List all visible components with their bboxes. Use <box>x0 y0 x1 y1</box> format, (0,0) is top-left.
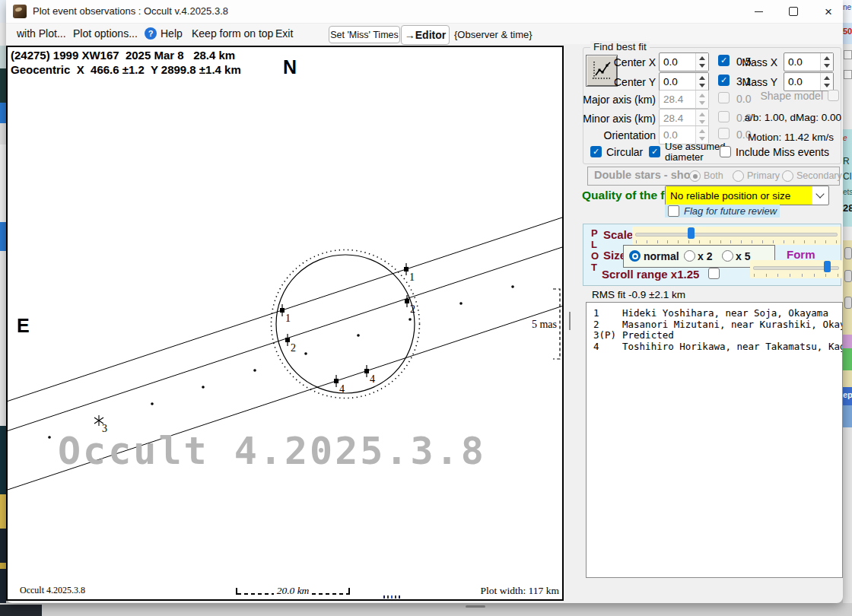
double-stars-both-label: Both <box>704 170 723 181</box>
size-x2-label: x 2 <box>698 250 712 262</box>
major-axis-cb-value: 0.0 <box>736 93 751 105</box>
scale-slider-thumb[interactable] <box>688 227 695 239</box>
spin-up-icon <box>699 129 705 133</box>
scale-bar-label: 20.0 km <box>277 586 310 595</box>
scroll-range-checkbox[interactable] <box>708 268 720 279</box>
minimize-button[interactable] <box>741 0 776 23</box>
include-miss-events-checkbox[interactable] <box>720 146 731 157</box>
bg-fragment <box>844 247 852 259</box>
list-item[interactable]: 2Masanori Mizutani, near Kurashiki, Okay <box>593 319 842 331</box>
menu-keep-form-on-top[interactable]: Keep form on top <box>192 27 273 40</box>
use-assumed-diameter-checkbox[interactable]: ✓ <box>649 146 660 157</box>
title-bar[interactable]: Plot event observations : Occult v.4.202… <box>6 0 843 24</box>
spin-up-icon[interactable] <box>824 56 830 60</box>
menu-with-plot[interactable]: with Plot... <box>17 27 66 40</box>
center-x-value[interactable]: 0.0 <box>660 56 695 68</box>
menu-help[interactable]: Help <box>161 27 183 40</box>
bg-text-fragment: 28 <box>843 202 852 214</box>
menu-exit[interactable]: Exit <box>275 27 293 40</box>
double-stars-secondary-label: Secondary <box>796 170 842 181</box>
bg-text-fragment: 50 <box>843 27 852 36</box>
mass-x-spinner[interactable]: 0.0 <box>784 52 834 71</box>
north-label: N <box>283 56 297 78</box>
editor-button[interactable]: →Editor <box>401 25 450 45</box>
menu-plot-options[interactable]: Plot options... <box>73 27 138 40</box>
flag-review-label: Flag for future review <box>684 205 777 217</box>
center-y-spinner[interactable]: 0.0 <box>659 72 709 91</box>
spinner-arrows[interactable] <box>820 53 833 71</box>
minimize-icon <box>755 11 763 12</box>
occultation-plot-area[interactable]: 11224435 mas (24275) 1999 XW167 2025 Mar… <box>6 46 564 601</box>
close-button[interactable]: × <box>811 0 846 23</box>
orientation-label: Orientation <box>571 129 656 141</box>
bg-fragment: e R Cl ets 28 <box>843 129 852 227</box>
observer-list[interactable]: 1Hideki Yoshihara, near Soja, Okayama2Ma… <box>586 302 843 578</box>
spin-down-icon[interactable] <box>699 84 705 87</box>
size-normal-radio[interactable] <box>629 250 641 262</box>
bg-fragment <box>843 240 852 335</box>
mass-y-spinner[interactable]: 0.0 <box>784 72 834 91</box>
svg-text:1: 1 <box>285 313 291 324</box>
observer-time-label: {Observer & time} <box>454 29 532 40</box>
size-normal-label: normal <box>644 250 679 262</box>
set-miss-times-button[interactable]: Set 'Miss' Times <box>329 26 400 43</box>
center-y-value[interactable]: 0.0 <box>660 76 695 87</box>
maximize-button[interactable] <box>776 0 811 23</box>
fit-05-checkbox[interactable]: ✓ <box>718 55 730 66</box>
app-icon <box>13 5 27 18</box>
bg-fragment <box>0 68 6 103</box>
fit-31-checkbox[interactable]: ✓ <box>718 75 730 86</box>
center-x-spinner[interactable]: 0.0 <box>659 52 709 71</box>
bg-fragment <box>844 50 852 59</box>
help-icon[interactable]: ? <box>145 27 157 40</box>
circular-checkbox[interactable]: ✓ <box>590 146 602 157</box>
spin-up-icon[interactable] <box>699 76 705 80</box>
panel-divider-tick <box>569 312 571 330</box>
plot-width-label: Plot width: 117 km <box>481 585 559 597</box>
spin-down-icon <box>699 101 705 105</box>
observer-id: 1 <box>593 308 622 319</box>
spin-up-icon <box>699 94 705 97</box>
flag-review-checkbox[interactable] <box>668 205 679 217</box>
double-stars-title: Double stars - show <box>594 169 699 181</box>
major-axis-label: Major axis (km) <box>571 94 656 106</box>
spin-up-icon <box>699 113 705 116</box>
plot-letter-o: O <box>591 250 599 262</box>
scale-slider[interactable] <box>632 227 841 245</box>
shape-model-checkbox <box>828 90 839 101</box>
spin-down-icon[interactable] <box>824 64 830 68</box>
chevron-down-icon[interactable] <box>812 194 828 197</box>
svg-text:1: 1 <box>409 271 415 283</box>
spinner-arrows[interactable] <box>695 53 708 71</box>
close-icon: × <box>825 5 832 18</box>
list-item[interactable]: 4Toshihiro Horikawa, near Takamatsu, Kag <box>593 341 842 353</box>
mass-x-value[interactable]: 0.0 <box>784 56 820 68</box>
major-axis-spinner: 28.4 <box>659 90 709 109</box>
quality-of-fit-dropdown[interactable]: No reliable position or size <box>665 186 829 205</box>
size-x2-radio[interactable] <box>684 250 695 262</box>
spin-down-icon[interactable] <box>824 84 830 87</box>
double-stars-primary-radio <box>733 170 744 182</box>
desktop-background <box>0 603 852 616</box>
center-y-label: Center Y <box>586 76 656 88</box>
size-x5-radio[interactable] <box>722 250 733 262</box>
window-resize-handle[interactable] <box>466 605 485 608</box>
observer-id: 4 <box>593 341 622 353</box>
spinner-arrows[interactable] <box>820 73 833 90</box>
bg-fragment <box>843 44 852 129</box>
plot-event-observations-window: Plot event observations : Occult v.4.202… <box>6 0 843 603</box>
spin-up-icon[interactable] <box>699 56 705 60</box>
scale-bar-tick <box>348 588 350 595</box>
mass-y-value[interactable]: 0.0 <box>784 76 820 87</box>
observer-name: Hideki Yoshihara, near Soja, Okayama <box>622 307 828 319</box>
spinner-arrows[interactable] <box>695 73 708 90</box>
plot-letter-p: P <box>591 227 598 239</box>
list-item[interactable]: 3(P)Predicted <box>593 330 842 341</box>
form-opacity-slider[interactable] <box>750 260 842 278</box>
opacity-slider-thumb[interactable] <box>824 261 831 272</box>
observer-name: Masanori Mizutani, near Kurashiki, Okay <box>622 319 843 330</box>
spin-up-icon[interactable] <box>824 76 830 80</box>
list-item[interactable]: 1Hideki Yoshihara, near Soja, Okayama <box>593 308 842 319</box>
bg-fragment <box>0 222 6 251</box>
spin-down-icon[interactable] <box>699 64 705 68</box>
